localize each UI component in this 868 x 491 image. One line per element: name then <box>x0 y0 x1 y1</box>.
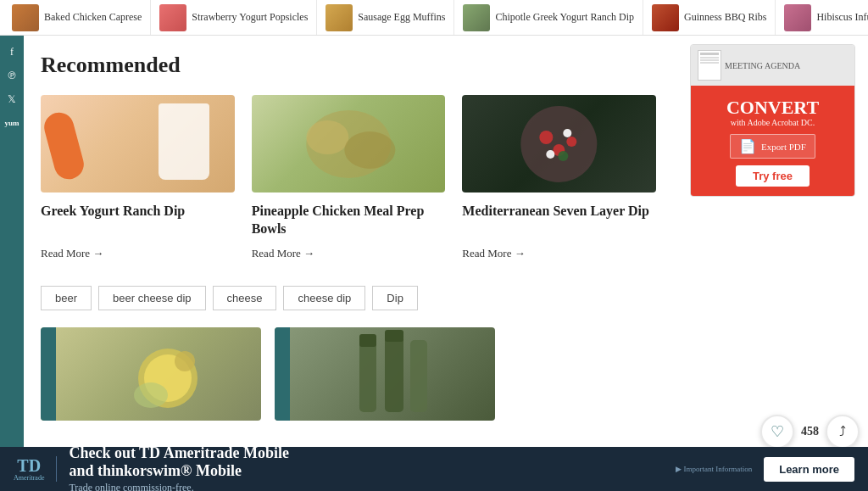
nav-thumb-chipotle <box>463 4 490 31</box>
share-button[interactable]: ⤴ <box>826 415 860 449</box>
read-more-pineapple[interactable]: Read More → <box>252 247 446 260</box>
bottom-banner: TD Ameritrade Check out TD Ameritrade Mo… <box>0 447 868 491</box>
td-logo-text: TD <box>17 457 41 474</box>
ad-with-text: with Adobe Acrobat DC. <box>731 118 815 127</box>
tag-dip[interactable]: Dip <box>372 286 418 310</box>
banner-divider <box>56 456 57 482</box>
tag-beer[interactable]: beer <box>41 286 92 310</box>
heart-button[interactable]: ♡ <box>760 415 794 449</box>
social-sidebar: f ℗ 𝕏 yum <box>0 36 24 491</box>
left-img-svg <box>41 327 261 421</box>
mediterranean-svg <box>462 95 656 192</box>
ad-line <box>700 59 719 61</box>
svg-point-9 <box>559 151 569 161</box>
td-brand-text: Ameritrade <box>14 474 44 482</box>
nav-label-baked-chicken: Baked Chicken Caprese <box>44 11 142 24</box>
nav-label-chipotle: Chipotle Greek Yogurt Ranch Dip <box>495 11 634 24</box>
svg-point-12 <box>134 382 168 408</box>
tag-cheese[interactable]: cheese <box>213 286 277 310</box>
card-pineapple-chicken: Pineapple Chicken Meal Prep Bowls Read M… <box>252 95 446 260</box>
nav-item-chipotle[interactable]: Chipotle Greek Yogurt Ranch Dip <box>454 0 643 35</box>
bottom-image-right[interactable] <box>275 327 495 421</box>
card-mediterranean: Mediterranean Seven Layer Dip Read More … <box>462 95 656 260</box>
tag-beer-cheese-dip[interactable]: beer cheese dip <box>98 286 206 310</box>
cards-row: Greek Yogurt Ranch Dip Read More → Pinea… <box>41 95 656 260</box>
svg-point-1 <box>306 120 348 154</box>
ad-try-button[interactable]: Try free <box>736 165 810 187</box>
banner-disclaimer: ▶ Important Information <box>676 465 752 473</box>
card-image-pineapple <box>252 95 446 192</box>
svg-point-13 <box>175 351 195 371</box>
ranch-glass-decoration <box>159 103 209 180</box>
banner-sub: Trade online commission-free. <box>69 482 664 492</box>
ad-export-label: Export PDF <box>761 142 806 152</box>
disclaimer-text: ▶ Important Information <box>676 465 752 473</box>
learn-more-button[interactable]: Learn more <box>764 457 854 482</box>
pinterest-icon[interactable]: ℗ <box>3 66 21 85</box>
svg-point-8 <box>564 129 572 137</box>
svg-point-5 <box>567 137 577 147</box>
card-image-greek-ranch <box>41 95 235 192</box>
tag-cheese-dip[interactable]: cheese dip <box>283 286 365 310</box>
nav-label-sausage: Sausage Egg Muffins <box>358 11 445 24</box>
nav-thumb-guinness <box>652 4 679 31</box>
card-title-greek-ranch: Greek Yogurt Ranch Dip <box>41 203 235 220</box>
nav-label-guinness: Guinness BBQ Ribs <box>684 11 766 24</box>
card-image-mediterranean <box>462 95 656 192</box>
nav-item-hibiscus[interactable]: Hibiscus Infused Vodka <box>776 0 868 35</box>
bottom-image-left[interactable] <box>41 327 261 421</box>
td-logo: TD Ameritrade <box>14 457 44 482</box>
facebook-icon[interactable]: f <box>3 42 21 61</box>
top-nav: Baked Chicken Caprese Strawberry Yogurt … <box>0 0 868 36</box>
ad-line <box>700 62 719 64</box>
ad-meeting-label: MEETING AGENDA <box>725 61 800 70</box>
yummly-icon[interactable]: yum <box>3 114 21 132</box>
svg-rect-17 <box>359 334 376 347</box>
svg-point-2 <box>344 131 395 169</box>
svg-rect-14 <box>359 336 376 412</box>
card-greek-ranch: Greek Yogurt Ranch Dip Read More → <box>41 95 235 260</box>
right-img-svg <box>275 327 495 421</box>
svg-rect-18 <box>385 330 403 342</box>
read-more-mediterranean[interactable]: Read More → <box>462 247 656 260</box>
nav-item-sausage[interactable]: Sausage Egg Muffins <box>317 0 454 35</box>
twitter-icon[interactable]: 𝕏 <box>3 90 21 109</box>
ad-box: MEETING AGENDA CONVERT with Adobe Acroba… <box>690 44 855 197</box>
ad-line <box>700 57 719 59</box>
pineapple-svg <box>252 95 446 192</box>
nav-thumb-sausage <box>326 4 353 31</box>
banner-text-group: Check out TD Ameritrade Mobileand thinko… <box>69 444 664 492</box>
ad-red-section: CONVERT with Adobe Acrobat DC. 📄 Export … <box>691 86 854 197</box>
tags-section: beer beer cheese dip cheese cheese dip D… <box>41 286 656 310</box>
content-area: Recommended Greek Yogurt Ranch Dip Read … <box>24 36 682 491</box>
ad-convert-group: CONVERT with Adobe Acrobat DC. <box>726 98 819 127</box>
carrot-decoration <box>41 109 87 182</box>
card-title-mediterranean: Mediterranean Seven Layer Dip <box>462 203 656 220</box>
nav-label-strawberry: Strawberry Yogurt Popsicles <box>192 11 308 24</box>
fab-area: ♡ 458 ⤴ <box>760 415 860 449</box>
nav-label-hibiscus: Hibiscus Infused Vodka <box>816 11 868 24</box>
svg-rect-16 <box>410 340 427 412</box>
nav-thumb-strawberry <box>159 4 186 31</box>
card-title-pineapple: Pineapple Chicken Meal Prep Bowls <box>252 203 446 238</box>
nav-item-baked-chicken[interactable]: Baked Chicken Caprese <box>3 0 151 35</box>
ad-top: MEETING AGENDA <box>691 45 854 86</box>
pdf-icon: 📄 <box>739 138 756 154</box>
nav-item-strawberry[interactable]: Strawberry Yogurt Popsicles <box>151 0 317 35</box>
banner-tagline: Check out TD Ameritrade Mobileand thinko… <box>69 444 664 480</box>
svg-point-7 <box>547 150 555 159</box>
main-layout: f ℗ 𝕏 yum Recommended Greek Yogurt Ranch… <box>0 36 868 491</box>
ad-meeting-icon <box>698 50 721 81</box>
svg-rect-15 <box>385 332 403 412</box>
ad-convert-text: CONVERT <box>726 98 819 118</box>
ad-export-button[interactable]: 📄 Export PDF <box>730 134 815 159</box>
ad-line <box>700 53 719 55</box>
nav-item-guinness[interactable]: Guinness BBQ Ribs <box>643 0 776 35</box>
heart-count: 458 <box>801 425 819 438</box>
bottom-images-row <box>41 327 656 421</box>
recommended-title: Recommended <box>41 53 656 78</box>
nav-thumb-baked-chicken <box>12 4 39 31</box>
nav-thumb-hibiscus <box>784 4 811 31</box>
svg-point-4 <box>540 131 554 144</box>
read-more-greek-ranch[interactable]: Read More → <box>41 247 235 260</box>
